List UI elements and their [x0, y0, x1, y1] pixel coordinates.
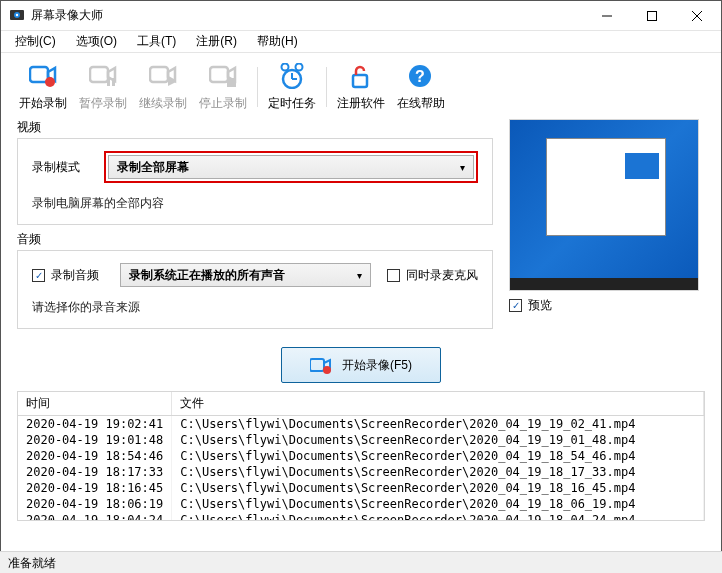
- svg-rect-9: [90, 67, 108, 82]
- svg-rect-13: [210, 67, 228, 82]
- table-row[interactable]: 2020-04-19 18:04:24C:\Users\flywi\Docume…: [18, 512, 704, 521]
- toolbar-timer-label: 定时任务: [268, 95, 316, 112]
- register-icon: [347, 63, 375, 91]
- svg-rect-20: [353, 75, 367, 87]
- audio-hint: 请选择你的录音来源: [32, 299, 478, 316]
- preview-label: 预览: [528, 297, 552, 314]
- audio-source-value: 录制系统正在播放的所有声音: [129, 267, 285, 284]
- record-mic-checkbox[interactable]: 同时录麦克风: [387, 267, 478, 284]
- camera-icon: [310, 356, 332, 374]
- start-recording-label: 开始录像(F5): [342, 357, 412, 374]
- svg-rect-12: [150, 67, 168, 82]
- help-icon: ?: [407, 63, 435, 91]
- cell-time: 2020-04-19 18:06:19: [18, 496, 172, 512]
- toolbar-register-label: 注册软件: [337, 95, 385, 112]
- cell-file: C:\Users\flywi\Documents\ScreenRecorder\…: [172, 416, 704, 433]
- table-row[interactable]: 2020-04-19 19:02:41C:\Users\flywi\Docume…: [18, 416, 704, 433]
- cell-time: 2020-04-19 18:16:45: [18, 480, 172, 496]
- status-bar: 准备就绪: [0, 551, 722, 573]
- table-row[interactable]: 2020-04-19 18:16:45C:\Users\flywi\Docume…: [18, 480, 704, 496]
- timer-icon: [278, 63, 306, 91]
- toolbar-help-label: 在线帮助: [397, 95, 445, 112]
- video-group-label: 视频: [17, 119, 493, 136]
- minimize-button[interactable]: [584, 1, 629, 30]
- toolbar-pause-label: 暂停录制: [79, 95, 127, 112]
- record-mode-select[interactable]: 录制全部屏幕 ▾: [108, 155, 474, 179]
- chevron-down-icon: ▾: [357, 270, 362, 281]
- toolbar-stop-button: 停止录制: [193, 61, 253, 114]
- table-row[interactable]: 2020-04-19 18:54:46C:\Users\flywi\Docume…: [18, 448, 704, 464]
- col-file-header[interactable]: 文件: [172, 392, 704, 416]
- svg-rect-10: [107, 78, 110, 86]
- col-time-header[interactable]: 时间: [18, 392, 172, 416]
- menu-register[interactable]: 注册(R): [186, 31, 247, 52]
- cell-file: C:\Users\flywi\Documents\ScreenRecorder\…: [172, 432, 704, 448]
- stop-icon: [209, 63, 237, 91]
- cell-time: 2020-04-19 18:04:24: [18, 512, 172, 521]
- toolbar-stop-label: 停止录制: [199, 95, 247, 112]
- cell-file: C:\Users\flywi\Documents\ScreenRecorder\…: [172, 496, 704, 512]
- cell-time: 2020-04-19 19:02:41: [18, 416, 172, 433]
- svg-point-2: [16, 13, 18, 15]
- record-audio-checkbox[interactable]: ✓ 录制音频: [32, 267, 104, 284]
- menu-tools[interactable]: 工具(T): [127, 31, 186, 52]
- resume-icon: [149, 63, 177, 91]
- svg-text:?: ?: [415, 68, 425, 85]
- svg-rect-11: [112, 78, 115, 86]
- record-mode-highlight: 录制全部屏幕 ▾: [104, 151, 478, 183]
- checkmark-icon: ✓: [509, 299, 522, 312]
- cell-file: C:\Users\flywi\Documents\ScreenRecorder\…: [172, 464, 704, 480]
- record-audio-label: 录制音频: [51, 267, 99, 284]
- toolbar-help-button[interactable]: ? 在线帮助: [391, 61, 451, 114]
- cell-time: 2020-04-19 19:01:48: [18, 432, 172, 448]
- menu-options[interactable]: 选项(O): [66, 31, 127, 52]
- svg-point-18: [282, 63, 289, 70]
- svg-rect-14: [227, 78, 236, 87]
- toolbar: 开始录制 暂停录制 继续录制 停止录制 定时任务 注册软件 ? 在线帮助: [1, 53, 721, 115]
- preview-checkbox[interactable]: ✓ 预览: [509, 297, 552, 314]
- maximize-button[interactable]: [629, 1, 674, 30]
- record-mode-label: 录制模式: [32, 159, 88, 176]
- svg-rect-4: [647, 11, 656, 20]
- svg-rect-7: [30, 67, 48, 82]
- toolbar-register-button[interactable]: 注册软件: [331, 61, 391, 114]
- window-title: 屏幕录像大师: [31, 7, 584, 24]
- audio-source-select[interactable]: 录制系统正在播放的所有声音 ▾: [120, 263, 371, 287]
- cell-file: C:\Users\flywi\Documents\ScreenRecorder\…: [172, 448, 704, 464]
- table-row[interactable]: 2020-04-19 18:06:19C:\Users\flywi\Docume…: [18, 496, 704, 512]
- close-button[interactable]: [674, 1, 719, 30]
- menu-bar: 控制(C) 选项(O) 工具(T) 注册(R) 帮助(H): [1, 31, 721, 53]
- title-bar: 屏幕录像大师: [1, 1, 721, 31]
- record-mic-label: 同时录麦克风: [406, 267, 478, 284]
- toolbar-start-label: 开始录制: [19, 95, 67, 112]
- table-row[interactable]: 2020-04-19 18:17:33C:\Users\flywi\Docume…: [18, 464, 704, 480]
- toolbar-resume-button: 继续录制: [133, 61, 193, 114]
- svg-point-24: [323, 366, 331, 374]
- svg-point-19: [296, 63, 303, 70]
- recordings-list[interactable]: 时间 文件 2020-04-19 19:02:41C:\Users\flywi\…: [17, 391, 705, 521]
- cell-time: 2020-04-19 18:54:46: [18, 448, 172, 464]
- record-mode-value: 录制全部屏幕: [117, 159, 189, 176]
- start-icon: [29, 63, 57, 91]
- cell-file: C:\Users\flywi\Documents\ScreenRecorder\…: [172, 512, 704, 521]
- svg-point-8: [45, 77, 55, 87]
- audio-group-label: 音频: [17, 231, 493, 248]
- menu-help[interactable]: 帮助(H): [247, 31, 308, 52]
- app-icon: [9, 8, 25, 24]
- svg-rect-23: [310, 359, 324, 371]
- pause-icon: [89, 63, 117, 91]
- video-group: 视频 录制模式 录制全部屏幕 ▾ 录制电脑屏幕的全部内容: [17, 119, 493, 225]
- menu-control[interactable]: 控制(C): [5, 31, 66, 52]
- checkbox-empty-icon: [387, 269, 400, 282]
- start-recording-button[interactable]: 开始录像(F5): [281, 347, 441, 383]
- table-row[interactable]: 2020-04-19 19:01:48C:\Users\flywi\Docume…: [18, 432, 704, 448]
- preview-panel: [509, 119, 699, 291]
- toolbar-resume-label: 继续录制: [139, 95, 187, 112]
- audio-group: 音频 ✓ 录制音频 录制系统正在播放的所有声音 ▾ 同时录麦克风: [17, 231, 493, 329]
- toolbar-start-button[interactable]: 开始录制: [13, 61, 73, 114]
- cell-file: C:\Users\flywi\Documents\ScreenRecorder\…: [172, 480, 704, 496]
- toolbar-timer-button[interactable]: 定时任务: [262, 61, 322, 114]
- cell-time: 2020-04-19 18:17:33: [18, 464, 172, 480]
- chevron-down-icon: ▾: [460, 162, 465, 173]
- checkmark-icon: ✓: [32, 269, 45, 282]
